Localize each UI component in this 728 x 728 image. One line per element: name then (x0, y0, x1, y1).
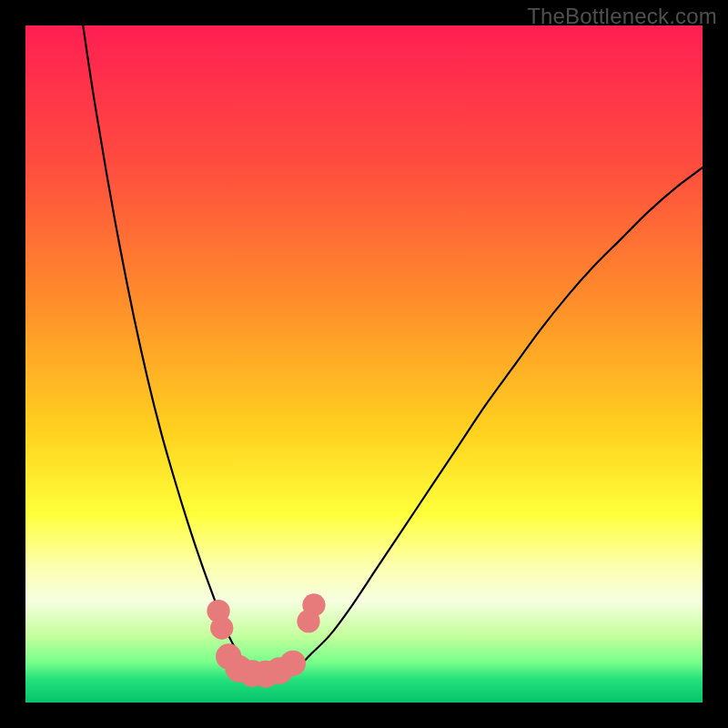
trough-marker (210, 617, 233, 640)
chart-frame: TheBottleneck.com (0, 0, 728, 728)
plot-svg (25, 25, 703, 703)
gradient-background (25, 25, 703, 703)
trough-marker (302, 593, 325, 616)
watermark-text: TheBottleneck.com (527, 4, 717, 29)
plot-area (25, 25, 703, 703)
trough-marker (280, 651, 306, 676)
